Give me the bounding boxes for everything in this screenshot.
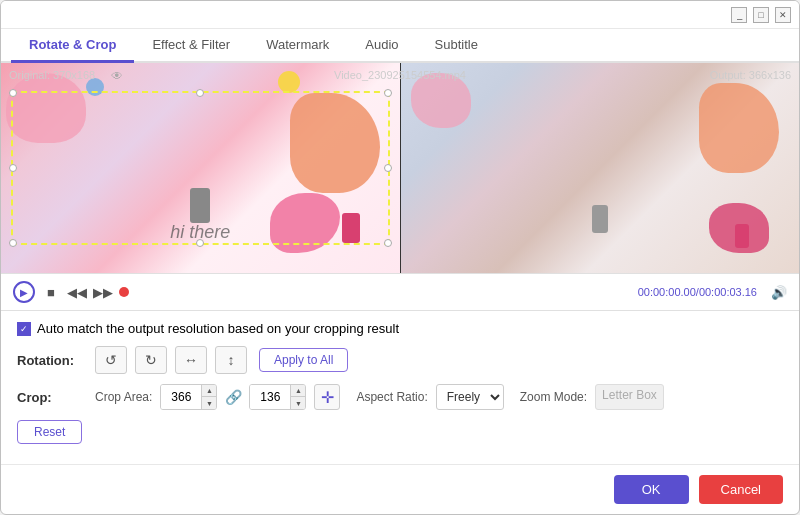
crop-handle-ml[interactable] [9,164,17,172]
deco2-orange [699,83,779,173]
deco2-clip [592,205,608,233]
controls-area: ✓ Auto match the output resolution based… [1,311,799,454]
close-button[interactable]: ✕ [775,7,791,23]
main-window: ⎯ □ ✕ Rotate & Crop Effect & Filter Wate… [0,0,800,515]
video-frame-output [401,63,800,273]
crop-height-stepper: ▲ ▼ [290,384,305,410]
tab-watermark[interactable]: Watermark [248,29,347,63]
reset-button[interactable]: Reset [17,420,82,444]
crop-height-up[interactable]: ▲ [291,384,305,397]
auto-match-checkbox[interactable]: ✓ [17,322,31,336]
tab-bar: Rotate & Crop Effect & Filter Watermark … [1,29,799,63]
stop-button[interactable]: ■ [41,282,61,302]
auto-match-row: ✓ Auto match the output resolution based… [17,321,783,336]
crop-handle-bm[interactable] [196,239,204,247]
tab-rotate-crop[interactable]: Rotate & Crop [11,29,134,63]
video-preview-right [401,63,800,273]
record-button[interactable] [119,287,129,297]
crop-width-input-group: ▲ ▼ [160,384,217,410]
tab-audio[interactable]: Audio [347,29,416,63]
cancel-button[interactable]: Cancel [699,475,783,504]
zoom-mode-display: Letter Box [595,384,664,410]
crop-handle-tr[interactable] [384,89,392,97]
time-total: 00:00:03.16 [699,286,757,298]
auto-match-label: Auto match the output resolution based o… [37,321,399,336]
title-bar: ⎯ □ ✕ [1,1,799,29]
crop-height-input[interactable] [250,385,290,409]
zoom-mode-label: Zoom Mode: [520,390,587,404]
volume-icon[interactable]: 🔊 [771,285,787,300]
video-area: Original: 370x168 👁 Video_230925154554.m… [1,63,799,273]
next-button[interactable]: ▶▶ [93,282,113,302]
crop-handle-bl[interactable] [9,239,17,247]
crop-height-input-group: ▲ ▼ [249,384,306,410]
crop-area-label: Crop Area: [95,390,152,404]
ok-button[interactable]: OK [614,475,689,504]
crop-row: Crop: Crop Area: ▲ ▼ 🔗 ▲ ▼ ✛ Aspect Rati… [17,384,783,410]
time-display: 00:00:00.00/00:00:03.16 [638,286,757,298]
crop-width-down[interactable]: ▼ [202,397,216,410]
reset-row: Reset [17,420,783,444]
flip-vertical-button[interactable]: ↕ [215,346,247,374]
deco2-clip2 [735,224,749,248]
video-preview-left: hi there [1,63,401,273]
apply-to-all-button[interactable]: Apply to All [259,348,348,372]
aspect-ratio-label: Aspect Ratio: [356,390,427,404]
crop-handle-mr[interactable] [384,164,392,172]
crop-handle-tl[interactable] [9,89,17,97]
deco2-pink [411,73,471,128]
rotation-label: Rotation: [17,353,87,368]
deco-yellow-circle [278,71,300,93]
prev-button[interactable]: ◀◀ [67,282,87,302]
aspect-ratio-select[interactable]: Freely 16:9 4:3 1:1 [436,384,504,410]
crop-width-up[interactable]: ▲ [202,384,216,397]
playback-bar: ▶ ■ ◀◀ ▶▶ 00:00:00.00/00:00:03.16 🔊 [1,273,799,311]
maximize-button[interactable]: □ [753,7,769,23]
original-label: Original: 370x168 [9,69,95,81]
play-button[interactable]: ▶ [13,281,35,303]
video-frame-original: hi there [1,63,400,273]
flip-horizontal-button[interactable]: ↔ [175,346,207,374]
visibility-icon[interactable]: 👁 [111,69,123,83]
time-current: 00:00:00.00 [638,286,696,298]
minimize-button[interactable]: ⎯ [731,7,747,23]
rotate-right-button[interactable]: ↻ [135,346,167,374]
crop-handle-tm[interactable] [196,89,204,97]
tab-subtitle[interactable]: Subtitle [417,29,496,63]
output-label: Output: 366x136 [710,69,791,81]
rotate-left-button[interactable]: ↺ [95,346,127,374]
crop-overlay[interactable] [11,91,390,245]
crop-handle-br[interactable] [384,239,392,247]
rotation-row: Rotation: ↺ ↻ ↔ ↕ Apply to All [17,346,783,374]
tab-effect-filter[interactable]: Effect & Filter [134,29,248,63]
crop-height-down[interactable]: ▼ [291,397,305,410]
crop-center-button[interactable]: ✛ [314,384,340,410]
window-controls: ⎯ □ ✕ [731,7,791,23]
link-icon: 🔗 [225,389,241,405]
crop-width-stepper: ▲ ▼ [201,384,216,410]
crop-width-input[interactable] [161,385,201,409]
bottom-bar: OK Cancel [1,464,799,514]
crop-label: Crop: [17,390,87,405]
